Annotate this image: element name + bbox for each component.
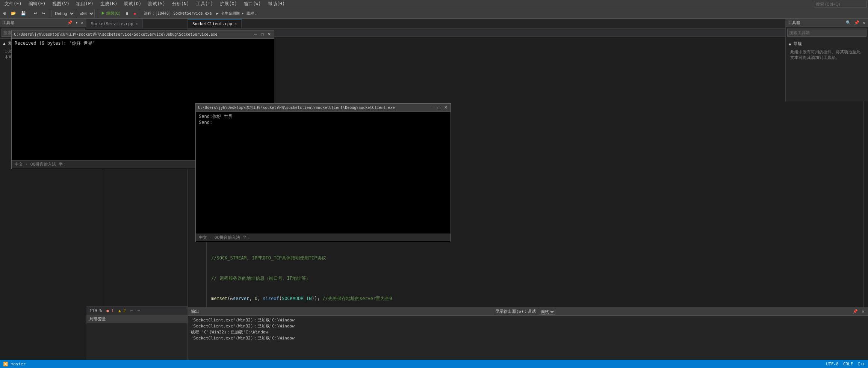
right-toolbox-search-area bbox=[786, 27, 868, 38]
output-line-3: 线程 'C'(Win32)：已加载'C:\Window bbox=[191, 329, 865, 335]
debug-config-dropdown[interactable]: Debug bbox=[51, 10, 75, 17]
output-content: 'SocketClient.exe'(Win32)：已加载'C:\Window … bbox=[188, 316, 868, 360]
error-count: ● 1 bbox=[106, 308, 114, 313]
right-toolbox-search-input[interactable] bbox=[787, 29, 866, 37]
client-tab-close[interactable]: × bbox=[234, 22, 237, 26]
output-source-label: 显示输出源(S)：调试 bbox=[495, 309, 536, 314]
service-tab-close[interactable]: × bbox=[136, 22, 138, 26]
terminal-service-title: C:\Users\jyh\Desktop\练习工程\socket通信\socke… bbox=[14, 32, 218, 37]
locals-content bbox=[86, 323, 188, 326]
warning-count: ▲ 2 bbox=[118, 308, 126, 313]
terminal-client-close[interactable]: ✕ bbox=[443, 105, 448, 110]
service-tab-bar: SocketService.cpp × bbox=[86, 19, 188, 29]
toolbar: ⊕ 📂 💾 ↩ ↪ Debug x86 ▶ 继续(C) ⏸ ■ 进程：[1844… bbox=[0, 8, 868, 19]
right-toolbox-panel: 工具箱 🔍 📌 ✕ ▲ 常规 此组中没有可用的控件。将某项拖至此文本可将其添加到… bbox=[785, 19, 868, 101]
right-toolbox-title: 工具箱 bbox=[788, 20, 800, 26]
toolbar-save[interactable]: 💾 bbox=[19, 9, 27, 18]
output-line-2: 'SocketClient.exe'(Win32)：已加载'C:\Window bbox=[191, 323, 865, 329]
status-line-endings: CRLF bbox=[843, 362, 853, 366]
right-toolbox-section-content: 此组中没有可用的控件。将某项拖至此文本可将其添加到工具箱。 bbox=[787, 48, 866, 62]
stop-button[interactable]: ■ bbox=[132, 9, 138, 18]
toolbox-title: 工具箱 bbox=[2, 20, 15, 26]
nav-back-btn[interactable]: ← bbox=[130, 308, 133, 313]
locals-panel: 局部变量 bbox=[86, 315, 188, 360]
locals-header: 局部变量 bbox=[86, 315, 188, 323]
output-icons: 📌 ✕ bbox=[852, 309, 865, 314]
menu-item-extensions[interactable]: 扩展(X) bbox=[217, 0, 240, 8]
code-line-24: int ret; bbox=[211, 92, 859, 99]
terminal-service-btns: ─ □ ✕ bbox=[253, 32, 272, 37]
toolbox-close-icon[interactable]: ✕ bbox=[80, 20, 84, 25]
right-toolbox-section-label: ▲ 常规 bbox=[789, 41, 802, 47]
menu-item-file[interactable]: 文件(F) bbox=[2, 0, 25, 8]
menu-item-analyze[interactable]: 分析(N) bbox=[169, 0, 192, 8]
terminal-client-line-2: Send: bbox=[199, 120, 448, 125]
terminal-client-titlebar: C:\Users\jyh\Desktop\练习工程\socket通信\socke… bbox=[196, 104, 451, 112]
code-line-32: //SOCK_STREAM, IPPROTO_TCP具体指明使用TCP协议 bbox=[211, 255, 859, 261]
pin-icon[interactable]: 📌 bbox=[67, 20, 73, 25]
output-pin-icon[interactable]: 📌 bbox=[852, 309, 859, 314]
menu-item-help[interactable]: 帮助(H) bbox=[265, 0, 288, 8]
platform-dropdown[interactable]: x86 bbox=[77, 10, 95, 17]
output-panel-header: 输出 显示输出源(S)：调试 调试 📌 ✕ bbox=[188, 308, 868, 316]
menu-item-window[interactable]: 窗口(W) bbox=[241, 0, 264, 8]
menu-bar: 文件(F) 编辑(E) 视图(V) 项目(P) 生成(B) 调试(D) 测试(S… bbox=[0, 0, 868, 8]
right-toolbox-search-icon[interactable]: 🔍 bbox=[845, 20, 852, 25]
separator-3 bbox=[97, 10, 97, 17]
locals-title: 局部变量 bbox=[89, 316, 106, 322]
output-source-selector: 显示输出源(S)：调试 调试 bbox=[495, 309, 555, 315]
terminal-service-titlebar: C:\Users\jyh\Desktop\练习工程\socket通信\socke… bbox=[12, 30, 274, 39]
output-close-icon[interactable]: ✕ bbox=[861, 309, 865, 314]
terminal-client-maximize[interactable]: □ bbox=[436, 105, 442, 110]
menu-item-tools[interactable]: 工具(T) bbox=[193, 0, 216, 8]
menu-item-build[interactable]: 生成(B) bbox=[97, 0, 121, 8]
terminal-client-window: C:\Users\jyh\Desktop\练习工程\socket通信\socke… bbox=[195, 103, 451, 242]
code-line-23: //接收字节的个数 bbox=[211, 72, 859, 79]
toolbar-undo[interactable]: ↩ bbox=[32, 9, 39, 18]
menu-item-edit[interactable]: 编辑(E) bbox=[26, 0, 49, 8]
output-source-dropdown[interactable]: 调试 bbox=[539, 309, 555, 315]
terminal-client-btns: ─ □ ✕ bbox=[429, 105, 448, 110]
menu-item-view[interactable]: 视图(V) bbox=[49, 0, 73, 8]
terminal-client-line-1: Send:你好 世界 bbox=[199, 113, 448, 120]
terminal-client-title: C:\Users\jyh\Desktop\练习工程\socket通信\socke… bbox=[198, 105, 395, 110]
right-toolbox-pin-icon[interactable]: 📌 bbox=[853, 20, 860, 25]
status-branch: 🔀 master bbox=[3, 362, 26, 366]
terminal-service-minimize[interactable]: ─ bbox=[253, 32, 258, 37]
client-tab-bar: SocketClient.cpp × bbox=[188, 19, 868, 29]
toolbar-new[interactable]: ⊕ bbox=[2, 9, 8, 18]
menu-item-project[interactable]: 项目(P) bbox=[73, 0, 97, 8]
output-title: 输出 bbox=[191, 309, 199, 314]
process-info: 进程：[18448] SocketService.exe bbox=[142, 9, 213, 18]
editor-status-bar: 110 % ● 1 ▲ 2 ← → bbox=[86, 306, 188, 315]
right-toolbox-section-header[interactable]: ▲ 常规 bbox=[787, 40, 866, 48]
terminal-client-content[interactable]: Send:你好 世界 Send: bbox=[196, 112, 451, 234]
toolbox-header-icons: 📌 ▾ ✕ bbox=[67, 20, 84, 25]
nav-forward-btn[interactable]: → bbox=[138, 308, 140, 313]
separator-4 bbox=[140, 10, 140, 17]
menu-item-test[interactable]: 测试(S) bbox=[145, 0, 168, 8]
status-bar: 🔀 master UTF-8 CRLF C++ bbox=[0, 360, 868, 368]
toolbox-menu-icon[interactable]: ▾ bbox=[75, 20, 79, 25]
menu-item-debug[interactable]: 调试(D) bbox=[121, 0, 144, 8]
output-line-1: 'SocketClient.exe'(Win32)：已加载'C:\Window bbox=[191, 317, 865, 323]
code-line-22: char ssMessage[MSGSIZE]; bbox=[211, 52, 859, 59]
pause-button[interactable]: ⏸ bbox=[123, 9, 130, 18]
perf-info: ▶ 全生命周期 ▸ 线程： bbox=[215, 9, 259, 18]
status-encoding: UTF-8 bbox=[826, 362, 839, 366]
right-toolbox-close-icon[interactable]: ✕ bbox=[862, 20, 866, 25]
search-input[interactable] bbox=[814, 1, 866, 8]
terminal-service-close[interactable]: ✕ bbox=[266, 32, 272, 37]
toolbar-open[interactable]: 📂 bbox=[9, 9, 18, 18]
output-line-4: 'SocketClient.exe'(Win32)：已加载'C:\Window bbox=[191, 335, 865, 341]
terminal-client-minimize[interactable]: ─ bbox=[429, 105, 435, 110]
client-tab[interactable]: SocketClient.cpp × bbox=[188, 19, 242, 28]
terminal-service-line-1: Received [9 bytes]: '你好 世界' bbox=[15, 40, 271, 47]
terminal-service-maximize[interactable]: □ bbox=[260, 32, 265, 37]
zoom-level: 110 % bbox=[89, 308, 102, 313]
code-line-34: memset(&server, 0, sizeof(SOCKADDR_IN));… bbox=[211, 295, 859, 302]
code-line-33: // 远程服务器的地址信息（端口号、IP地址等） bbox=[211, 275, 859, 282]
service-tab[interactable]: SocketService.cpp × bbox=[86, 19, 143, 28]
toolbar-redo[interactable]: ↪ bbox=[40, 9, 47, 18]
continue-button[interactable]: ▶ 继续(C) bbox=[100, 9, 122, 18]
